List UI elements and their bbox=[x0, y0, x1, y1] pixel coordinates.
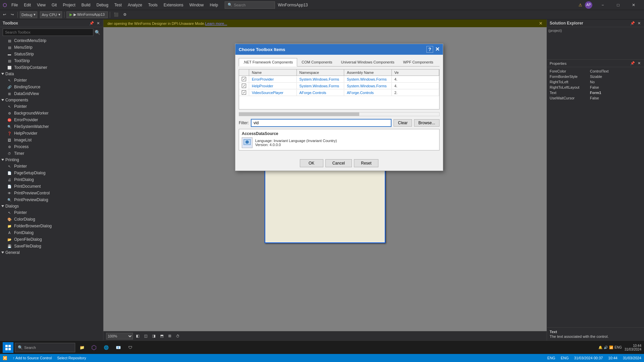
tab-wpf-components[interactable]: WPF Components bbox=[399, 58, 438, 66]
taskbar-browser-icon[interactable]: 🌐 bbox=[101, 342, 111, 353]
toolbox-group-dialogs[interactable]: Dialogs bbox=[0, 203, 103, 209]
taskbar-search-box[interactable]: 🔍 Search bbox=[15, 343, 75, 352]
start-button[interactable] bbox=[3, 342, 13, 353]
toolbox-item-imagelist[interactable]: 🖼 ImageList bbox=[0, 137, 103, 143]
menu-test[interactable]: Test bbox=[112, 1, 125, 9]
menu-view[interactable]: View bbox=[34, 1, 48, 9]
col-name[interactable]: Name bbox=[249, 70, 297, 76]
toolbox-item-statusstrip[interactable]: ▬ StatusStrip bbox=[0, 51, 103, 57]
toolbox-search-button[interactable]: 🔍 bbox=[95, 30, 100, 35]
row-checkbox[interactable] bbox=[239, 76, 249, 82]
toolbox-item-pointer-dialogs[interactable]: ↖ Pointer bbox=[0, 209, 103, 216]
minimize-button[interactable]: − bbox=[595, 0, 610, 10]
toolbox-item-helpprovider[interactable]: ❓ HelpProvider bbox=[0, 130, 103, 137]
menu-edit[interactable]: Edit bbox=[21, 1, 34, 9]
taskbar-search[interactable]: 🔍 Search bbox=[15, 342, 75, 353]
menu-debug[interactable]: Debug bbox=[94, 1, 111, 9]
toolbar-btn-extra1[interactable]: ⬛ bbox=[112, 11, 120, 18]
toolbox-item-fontdialog[interactable]: A FontDialog bbox=[0, 229, 103, 236]
toolbox-item-pointer-print[interactable]: ↖ Pointer bbox=[0, 163, 103, 170]
clock-btn[interactable]: ⏱ bbox=[174, 333, 181, 339]
col-version[interactable]: Ve bbox=[392, 70, 440, 76]
menu-file[interactable]: File bbox=[9, 1, 20, 9]
menu-extensions[interactable]: Extensions bbox=[161, 1, 186, 9]
taskbar-vs-icon[interactable]: ⬡ bbox=[89, 342, 99, 353]
toolbox-close-button[interactable]: ✕ bbox=[96, 21, 100, 26]
toolbox-item-timer[interactable]: ⏱ Timer bbox=[0, 150, 103, 157]
toolbar-btn-extra2[interactable]: ⚙ bbox=[122, 11, 128, 18]
toolbar-undo[interactable]: ↩ bbox=[1, 11, 8, 18]
toolbox-item-toolstripcontainer[interactable]: ⬜ ToolStripContainer bbox=[0, 64, 103, 71]
sol-pin-btn[interactable]: 📌 bbox=[630, 21, 636, 26]
toolbox-item-toolstrip[interactable]: ▤ ToolStrip bbox=[0, 57, 103, 64]
props-close-btn[interactable]: ✕ bbox=[637, 61, 641, 65]
col-assembly[interactable]: Assembly Name bbox=[344, 70, 392, 76]
align-right-btn[interactable]: ◨ bbox=[150, 333, 157, 339]
zoom-select[interactable]: 100% bbox=[106, 333, 133, 340]
toolbox-item-pointer-data[interactable]: ↖ Pointer bbox=[0, 77, 103, 84]
menu-tools[interactable]: Tools bbox=[145, 1, 160, 9]
toolbox-group-data[interactable]: Data bbox=[0, 71, 103, 77]
align-top-btn[interactable]: ⬒ bbox=[158, 333, 165, 339]
toolbar-redo[interactable]: ↪ bbox=[9, 11, 15, 18]
align-center-btn[interactable]: ◫ bbox=[142, 333, 149, 339]
toolbox-item-process[interactable]: ⚙ Process bbox=[0, 143, 103, 150]
cpu-dropdown[interactable]: Any CPU ▾ bbox=[40, 11, 62, 18]
toolbox-item-savefiledialog[interactable]: 💾 SaveFileDialog bbox=[0, 243, 103, 250]
toolbox-item-backgroundworker[interactable]: ⚙ BackgroundWorker bbox=[0, 110, 103, 117]
toolbox-item-pointer-comp[interactable]: ↖ Pointer bbox=[0, 103, 103, 110]
modal-close-button[interactable]: ✕ bbox=[435, 47, 440, 52]
grid-scrollbar-horizontal[interactable] bbox=[239, 112, 440, 116]
toolbox-item-printpreviewdialog[interactable]: 🔍 PrintPreviewDialog bbox=[0, 196, 103, 203]
toolbox-item-bindingsource[interactable]: 🔗 BindingSource bbox=[0, 84, 103, 90]
close-button[interactable]: ✕ bbox=[626, 0, 641, 10]
run-button[interactable]: ▶ ▶ WinFormsApp13 bbox=[66, 11, 108, 18]
taskbar-app1[interactable]: 📧 bbox=[113, 342, 124, 353]
row-checkbox[interactable] bbox=[239, 89, 249, 96]
toolbox-group-general[interactable]: General bbox=[0, 250, 103, 256]
tab-net-framework[interactable]: .NET Framework Components bbox=[239, 58, 297, 66]
toolbox-pin-button[interactable]: 📌 bbox=[89, 21, 95, 26]
menu-project[interactable]: Project bbox=[60, 1, 78, 9]
taskbar-app2[interactable]: 🛡 bbox=[125, 342, 136, 353]
tab-com-components[interactable]: COM Components bbox=[297, 58, 336, 66]
status-select-repository[interactable]: Select Repository bbox=[57, 356, 86, 360]
group-btn[interactable]: ⊞ bbox=[167, 333, 173, 339]
toolbox-search-input[interactable] bbox=[3, 29, 93, 36]
sol-close-btn[interactable]: ✕ bbox=[637, 21, 641, 26]
row-checkbox[interactable] bbox=[239, 83, 249, 89]
menu-git[interactable]: Git bbox=[49, 1, 59, 9]
modal-help-button[interactable]: ? bbox=[426, 46, 433, 53]
toolbox-item-menustrip[interactable]: ▤ MenuStrip bbox=[0, 44, 103, 51]
learn-more-link[interactable]: Learn more... bbox=[205, 21, 227, 26]
cancel-button[interactable]: Cancel bbox=[325, 159, 352, 167]
checkbox-errorprovider[interactable] bbox=[242, 77, 246, 81]
filter-clear-button[interactable]: Clear bbox=[394, 119, 412, 127]
toolbox-item-folderbrowserdialog[interactable]: 📁 FolderBrowserDialog bbox=[0, 223, 103, 229]
debug-mode-dropdown[interactable]: Debug ▾ bbox=[20, 11, 37, 18]
info-close-button[interactable]: ✕ bbox=[539, 21, 543, 26]
menu-build[interactable]: Build bbox=[79, 1, 93, 9]
toolbox-item-errorprovider[interactable]: ⛔ ErrorProvider bbox=[0, 117, 103, 123]
props-pin-btn[interactable]: 📌 bbox=[630, 61, 636, 65]
checkbox-helpprovider[interactable] bbox=[242, 84, 246, 88]
toolbox-item-openfiledialog[interactable]: 📂 OpenFileDialog bbox=[0, 236, 103, 243]
toolbox-item-printdialog[interactable]: 🖨 PrintDialog bbox=[0, 176, 103, 183]
checkbox-videosourceplayer[interactable] bbox=[242, 90, 246, 95]
title-search[interactable]: 🔍 Search bbox=[225, 1, 275, 9]
align-left-btn[interactable]: ◧ bbox=[134, 333, 141, 339]
taskbar-file-explorer[interactable]: 📁 bbox=[77, 342, 87, 353]
toolbox-item-printpreviewcontrol[interactable]: 👁 PrintPreviewControl bbox=[0, 190, 103, 196]
toolbox-item-pagesetupdialog[interactable]: 📄 PageSetupDialog bbox=[0, 170, 103, 176]
ok-button[interactable]: OK bbox=[300, 159, 323, 167]
toolbox-group-components[interactable]: Components bbox=[0, 97, 103, 103]
toolbox-group-printing[interactable]: Printing bbox=[0, 157, 103, 163]
menu-window[interactable]: Window bbox=[187, 1, 206, 9]
toolbox-item-printdocument[interactable]: 📄 PrintDocument bbox=[0, 183, 103, 190]
col-namespace[interactable]: Namespace bbox=[297, 70, 344, 76]
menu-analyze[interactable]: Analyze bbox=[125, 1, 145, 9]
toolbox-item-filesystemwatcher[interactable]: 🔍 FileSystemWatcher bbox=[0, 123, 103, 130]
toolbox-item-datagridview[interactable]: ⊞ DataGridView bbox=[0, 90, 103, 97]
filter-input[interactable] bbox=[251, 119, 392, 127]
tab-universal-windows[interactable]: Universal Windows Components bbox=[336, 58, 399, 66]
